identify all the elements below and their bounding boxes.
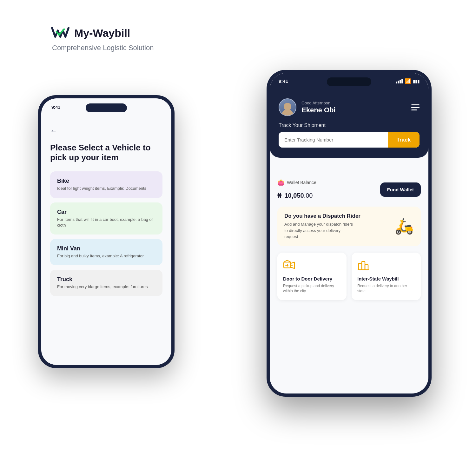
dispatch-rider-icon: 🛵 — [395, 217, 414, 235]
signal-bar-1 — [396, 82, 397, 83]
brand-row: My-Waybill — [51, 25, 154, 41]
vehicle-card-truck[interactable]: Truck For moving very blarge items, exam… — [50, 270, 162, 296]
door-to-door-name: Door to Door Delivery — [283, 276, 341, 281]
door-to-door-icon — [283, 259, 295, 271]
fund-wallet-button[interactable]: Fund Wallet — [380, 182, 421, 197]
phone-back-inner: 9:41 ← Please Select a Vehicle to pick u… — [41, 98, 171, 365]
menu-line-1 — [411, 104, 420, 105]
phones-area: 9:41 ← Please Select a Vehicle to pick u… — [25, 70, 451, 463]
header-branding: My-Waybill Comprehensive Logistic Soluti… — [51, 25, 154, 52]
front-status-bar: 9:41 📶 ▮▮▮ — [279, 78, 420, 84]
phone-front-inner: 9:41 📶 ▮▮▮ — [270, 73, 428, 393]
vehicle-bike-desc: Ideal for light weight items, Example: D… — [57, 186, 155, 191]
greeting-text: Good Afternoon, — [301, 101, 336, 105]
service-card-door-to-door[interactable]: Door to Door Delivery Request a pickup a… — [277, 253, 347, 301]
svg-rect-2 — [359, 263, 362, 270]
signal-icon — [396, 79, 403, 83]
svg-point-1 — [291, 265, 293, 266]
currency-symbol: ₦ — [277, 192, 281, 199]
tracking-number-input[interactable] — [279, 132, 388, 148]
interstate-waybill-icon — [357, 259, 369, 271]
track-input-row: Track — [279, 132, 420, 148]
door-to-door-desc: Request a pickup and delivery within the… — [283, 283, 341, 294]
vehicle-car-name: Car — [57, 209, 155, 215]
track-button[interactable]: Track — [388, 132, 420, 148]
vehicle-truck-desc: For moving very blarge items, example: f… — [57, 284, 155, 290]
signal-bar-4 — [401, 79, 403, 83]
wallet-icon: 👛 — [277, 179, 284, 186]
app-body: 👛 Wallet Balance ₦ 10,050.00 Fund Wallet… — [270, 171, 428, 393]
back-phone-notch — [86, 103, 127, 112]
vehicle-truck-name: Truck — [57, 276, 155, 283]
menu-button[interactable] — [411, 104, 420, 110]
app-header: Good Afternoon, Ekene Obi Track Your Shi… — [270, 91, 428, 158]
svg-rect-3 — [362, 261, 365, 270]
vehicle-car-desc: For Items that will fit in a car boot, e… — [57, 217, 155, 228]
logo-icon — [51, 25, 70, 41]
dispatch-rider-card[interactable]: Do you have a Dispatch Rider Add and Man… — [277, 207, 421, 246]
vehicle-bike-name: Bike — [57, 178, 155, 184]
status-icons: 📶 ▮▮▮ — [396, 78, 420, 84]
wallet-amount: ₦ 10,050.00 — [277, 188, 316, 200]
wallet-main-amount: 10,050 — [284, 192, 304, 199]
phone-front: 9:41 📶 ▮▮▮ — [267, 70, 432, 397]
svg-rect-4 — [365, 265, 368, 270]
user-avatar — [279, 98, 296, 116]
dispatch-info: Do you have a Dispatch Rider Add and Man… — [284, 213, 360, 240]
phone-back: 9:41 ← Please Select a Vehicle to pick u… — [38, 95, 175, 368]
dispatch-title: Do you have a Dispatch Rider — [284, 213, 360, 219]
service-card-interstate[interactable]: Inter-State Waybill Request a delivery t… — [352, 253, 421, 301]
user-row: Good Afternoon, Ekene Obi — [279, 98, 420, 116]
interstate-desc: Request a delivery to another state — [357, 283, 415, 294]
vehicle-card-car[interactable]: Car For Items that will fit in a car boo… — [50, 202, 162, 235]
interstate-name: Inter-State Waybill — [357, 276, 415, 281]
battery-icon: ▮▮▮ — [413, 79, 420, 84]
brand-name: My-Waybill — [74, 27, 130, 39]
wallet-info: 👛 Wallet Balance ₦ 10,050.00 — [277, 179, 316, 200]
dispatch-desc: Add and Manage your dispatch riders to d… — [284, 221, 354, 240]
vehicle-minivan-name: Mini Van — [57, 245, 155, 252]
track-section: Track Your Shipment Track — [279, 122, 420, 148]
services-grid: Door to Door Delivery Request a pickup a… — [277, 253, 421, 301]
back-phone-content: ← Please Select a Vehicle to pick up you… — [41, 121, 171, 365]
wallet-label: Wallet Balance — [287, 180, 316, 185]
vehicle-minivan-desc: For big and bulky Items, example: A refr… — [57, 253, 155, 259]
front-phone-time: 9:41 — [279, 78, 288, 84]
wallet-section: 👛 Wallet Balance ₦ 10,050.00 Fund Wallet — [277, 179, 421, 200]
signal-bar-2 — [398, 81, 399, 83]
username-text: Ekene Obi — [301, 106, 336, 114]
back-phone-time: 9:41 — [51, 105, 60, 110]
menu-line-3 — [411, 109, 417, 110]
back-arrow-icon[interactable]: ← — [50, 127, 162, 135]
signal-bar-3 — [400, 80, 401, 83]
menu-line-2 — [411, 107, 420, 108]
vehicle-card-minivan[interactable]: Mini Van For big and bulky Items, exampl… — [50, 239, 162, 265]
wallet-decimals: .00 — [304, 192, 313, 199]
track-section-label: Track Your Shipment — [279, 122, 420, 128]
brand-tagline: Comprehensive Logistic Solution — [52, 44, 154, 52]
wifi-icon: 📶 — [405, 78, 411, 84]
user-info: Good Afternoon, Ekene Obi — [301, 101, 336, 114]
vehicle-card-bike[interactable]: Bike Ideal for light weight items, Examp… — [50, 171, 162, 198]
vehicle-select-title: Please Select a Vehicle to pick up your … — [50, 143, 162, 162]
avatar-image — [279, 99, 296, 116]
user-info-left: Good Afternoon, Ekene Obi — [279, 98, 336, 116]
wallet-label-row: 👛 Wallet Balance — [277, 179, 316, 186]
